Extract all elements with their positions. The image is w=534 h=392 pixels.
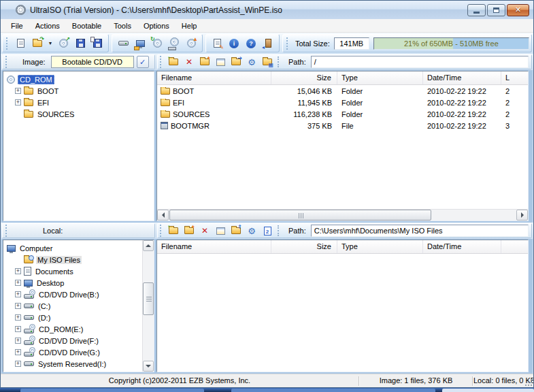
tree-item-system-reserved-i[interactable]: + System Reserved(I:) [3, 358, 142, 370]
tree-item-drive-d[interactable]: + (D:) [3, 312, 142, 323]
column-header-datetime[interactable]: Date/Time [423, 71, 501, 84]
view-folder-button[interactable]: ▦ [261, 55, 274, 69]
resize-grip[interactable] [524, 378, 532, 386]
menu-item-help[interactable]: Help [176, 20, 203, 31]
save-as-button[interactable] [90, 36, 105, 51]
tree-item-cddvd-g[interactable]: + CD/DVD Drive(G:) [3, 346, 142, 358]
expand-plus-icon[interactable]: + [15, 88, 21, 94]
goto-folder-button[interactable]: ➔ [229, 55, 243, 69]
apply-boot-button[interactable]: ✓ [137, 56, 149, 68]
taskbar-button-active[interactable] [442, 389, 534, 392]
tree-item-cdrom[interactable]: CD_ROM [3, 74, 154, 85]
vertical-scrollbar[interactable] [142, 240, 154, 372]
tree-item-boot[interactable]: + BOOT [3, 85, 154, 97]
new-folder-button[interactable]: ✦ [182, 224, 196, 238]
menu-item-file[interactable]: File [5, 20, 29, 31]
up-level-button[interactable]: ⇑ [229, 224, 243, 238]
edit-notes-button[interactable]: ✎ [210, 36, 224, 51]
maximize-button[interactable] [487, 4, 505, 16]
open-file-button[interactable]: ↷ [30, 36, 45, 51]
burn-cd-button[interactable]: ▲ [184, 36, 199, 51]
file-row-sources[interactable]: SOURCES 116,238 KB Folder 2010-02-22 19:… [157, 108, 529, 120]
menu-item-actions[interactable]: Actions [29, 20, 66, 31]
tree-item-documents[interactable]: + Documents [3, 265, 142, 277]
help-button[interactable]: ? [244, 36, 258, 51]
tree-item-desktop[interactable]: + Desktop [3, 277, 142, 289]
tree-item-cddvd-f[interactable]: + CD/DVD Drive(F:) [3, 335, 142, 346]
grip-handle[interactable] [6, 37, 9, 50]
tree-item-sources[interactable]: SOURCES [3, 108, 154, 120]
image-path-field[interactable]: / [311, 56, 529, 68]
delete-button[interactable]: ✕ [182, 55, 196, 69]
file-row-bootmgr[interactable]: BOOTMGR 375 KB File 2010-02-22 19:22 3 [157, 120, 529, 131]
image-format-select[interactable]: Bootable CD/DVD [51, 56, 134, 68]
grip-handle[interactable] [5, 225, 8, 237]
scroll-right-button[interactable] [516, 210, 528, 220]
mount-drive-button[interactable] [116, 36, 131, 51]
expand-plus-icon[interactable]: + [15, 338, 21, 344]
grip-handle[interactable] [286, 37, 289, 50]
new-image-button[interactable] [13, 36, 28, 51]
rename-button[interactable] [214, 224, 227, 238]
extract-button[interactable]: ↑ [167, 55, 180, 69]
tree-item-cddvd-b[interactable]: + CD/DVD Drive(B:) [3, 289, 142, 300]
tree-item-efi[interactable]: + EFI [3, 97, 154, 108]
expand-plus-icon[interactable]: + [15, 326, 21, 332]
taskbar-button[interactable] [20, 389, 204, 392]
column-header-lba[interactable]: L [501, 71, 529, 84]
scroll-up-button[interactable] [143, 240, 154, 251]
column-header-size[interactable]: Size [271, 71, 337, 84]
grip-handle[interactable] [160, 56, 163, 68]
close-button[interactable]: ✕ [507, 4, 529, 16]
extract-files-button[interactable] [133, 36, 148, 51]
tree-item-computer[interactable]: Computer [3, 242, 142, 254]
rename-button[interactable] [214, 55, 227, 69]
taskbar-button[interactable] [231, 389, 435, 392]
make-image-button[interactable] [167, 36, 182, 51]
save-button[interactable] [73, 36, 88, 51]
scrollbar-thumb[interactable] [143, 282, 154, 315]
scroll-down-button[interactable] [143, 361, 154, 372]
column-header-filename[interactable]: Filename [157, 71, 271, 84]
local-path-field[interactable]: C:\Users\mhf\Documents\My ISO Files [311, 225, 529, 237]
column-header-filename[interactable]: Filename [157, 240, 271, 253]
verify-cd-button[interactable]: ↻ [150, 36, 165, 51]
properties-button[interactable]: ⚙ [245, 55, 258, 69]
expand-plus-icon[interactable]: + [15, 291, 21, 297]
refresh-button[interactable]: 2 [261, 224, 274, 238]
tree-item-my-iso-files[interactable]: My ISO Files [3, 254, 142, 265]
tree-item-cdrom-e[interactable]: + CD_ROM(E:) [3, 323, 142, 335]
column-header-size[interactable]: Size [271, 240, 337, 253]
expand-plus-icon[interactable]: + [15, 280, 21, 286]
grip-handle[interactable] [5, 56, 8, 68]
open-cd-button[interactable]: ↗ [56, 36, 71, 51]
title-bar[interactable]: UltraISO (Trial Version) - C:\Users\mhf\… [1, 1, 533, 19]
file-row-boot[interactable]: BOOT 15,046 KB Folder 2010-02-22 19:22 2 [157, 85, 529, 97]
exit-button[interactable]: ◂ [261, 36, 276, 51]
scrollbar-thumb[interactable] [169, 210, 431, 220]
properties-button[interactable]: ⚙ [245, 224, 258, 238]
delete-button[interactable]: ✕ [198, 224, 212, 238]
horizontal-scrollbar[interactable] [157, 209, 528, 220]
menu-item-bootable[interactable]: Bootable [66, 20, 107, 31]
minimize-button[interactable] [467, 4, 486, 16]
menu-item-tools[interactable]: Tools [107, 20, 137, 31]
menu-item-options[interactable]: Options [137, 20, 176, 31]
column-header-type[interactable]: Type [337, 240, 423, 253]
tree-item-drive-c[interactable]: + (C:) [3, 300, 142, 312]
expand-plus-icon[interactable]: + [15, 99, 21, 105]
add-files-button[interactable]: ↑ [167, 224, 180, 238]
open-dropdown-arrow-icon[interactable]: ▼ [47, 41, 54, 46]
column-header-type[interactable]: Type [337, 71, 423, 84]
grip-handle[interactable] [160, 225, 163, 237]
new-folder-button[interactable]: ✦ [198, 55, 212, 69]
column-header-datetime[interactable]: Date/Time [423, 240, 501, 253]
image-info-button[interactable]: i [227, 36, 241, 51]
file-row-efi[interactable]: EFI 11,945 KB Folder 2010-02-22 19:22 2 [157, 97, 529, 108]
expand-plus-icon[interactable]: + [15, 303, 21, 309]
expand-plus-icon[interactable]: + [15, 349, 21, 355]
scrollbar-track[interactable] [431, 210, 516, 220]
tree-item-drive-j[interactable]: + (J:) [3, 370, 142, 372]
expand-plus-icon[interactable]: + [15, 268, 21, 274]
expand-plus-icon[interactable]: + [15, 361, 21, 367]
